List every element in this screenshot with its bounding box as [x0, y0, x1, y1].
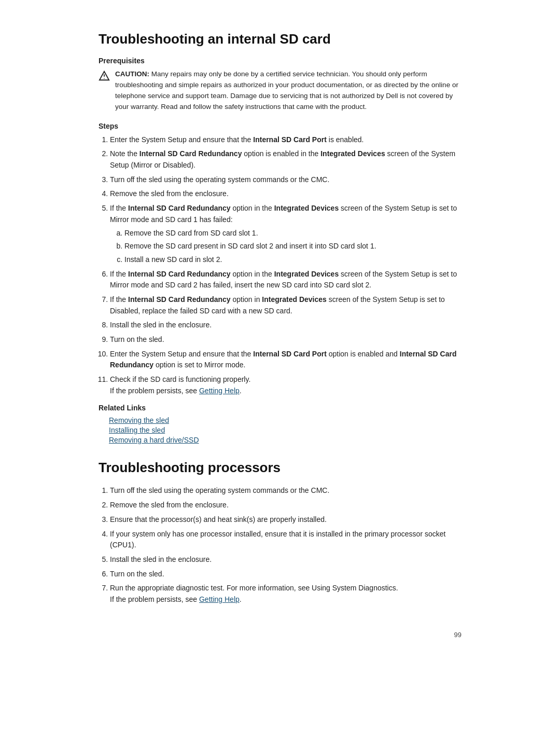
proc-step-1: Turn off the sled using the operating sy…: [110, 485, 461, 497]
proc-step-4: If your system only has one processor in…: [110, 529, 461, 551]
getting-help-link-1[interactable]: Getting Help: [199, 387, 240, 395]
removing-hdd-link[interactable]: Removing a hard drive/SSD: [109, 436, 199, 444]
steps-list-1: Enter the System Setup and ensure that t…: [110, 134, 461, 397]
section2-title: Troubleshooting processors: [99, 460, 461, 476]
related-link-item-2: Installing the sled: [109, 426, 461, 434]
step-5c: Install a new SD card in slot 2.: [124, 254, 461, 266]
caution-body: Many repairs may only be done by a certi…: [115, 70, 458, 111]
if-problem-1: If the problem persists, see Getting Hel…: [110, 387, 242, 395]
step-9: Turn on the sled.: [110, 334, 461, 346]
steps-list-2: Turn off the sled using the operating sy…: [110, 485, 461, 605]
proc-step-6: Turn on the sled.: [110, 569, 461, 580]
prerequisites-label: Prerequisites: [99, 57, 461, 65]
related-links-label: Related Links: [99, 404, 461, 412]
step-6: If the Internal SD Card Redundancy optio…: [110, 269, 461, 291]
page-container: Troubleshooting an internal SD card Prer…: [57, 0, 503, 654]
steps-label-1: Steps: [99, 122, 461, 130]
step-1: Enter the System Setup and ensure that t…: [110, 134, 461, 146]
caution-prefix: CAUTION:: [115, 70, 151, 78]
caution-box: CAUTION: Many repairs may only be done b…: [99, 69, 461, 113]
caution-icon: [99, 70, 110, 83]
proc-step-3: Ensure that the processor(s) and heat si…: [110, 514, 461, 526]
related-link-item-3: Removing a hard drive/SSD: [109, 436, 461, 444]
page-number: 99: [454, 631, 461, 639]
related-links-list: Removing the sled Installing the sled Re…: [109, 416, 461, 444]
related-links-section: Related Links Removing the sled Installi…: [99, 404, 461, 444]
step-10: Enter the System Setup and ensure that t…: [110, 349, 461, 371]
step-11: Check if the SD card is functioning prop…: [110, 374, 461, 396]
installing-sled-link[interactable]: Installing the sled: [109, 426, 165, 434]
caution-text: CAUTION: Many repairs may only be done b…: [115, 69, 461, 113]
related-link-item-1: Removing the sled: [109, 416, 461, 424]
svg-point-2: [104, 78, 104, 78]
getting-help-link-2[interactable]: Getting Help: [199, 595, 240, 603]
proc-step-5: Install the sled in the enclosure.: [110, 554, 461, 566]
step-7: If the Internal SD Card Redundancy optio…: [110, 294, 461, 316]
if-problem-2: If the problem persists, see Getting Hel…: [110, 595, 242, 603]
section1-title: Troubleshooting an internal SD card: [99, 31, 461, 47]
step-8: Install the sled in the enclosure.: [110, 320, 461, 331]
step-3: Turn off the sled using the operating sy…: [110, 174, 461, 186]
removing-sled-link[interactable]: Removing the sled: [109, 416, 169, 424]
step-5b: Remove the SD card present in SD card sl…: [124, 241, 461, 252]
step-4: Remove the sled from the enclosure.: [110, 188, 461, 200]
step-5a: Remove the SD card from SD card slot 1.: [124, 228, 461, 239]
step-5-sublist: Remove the SD card from SD card slot 1. …: [124, 228, 461, 266]
step-2: Note the Internal SD Card Redundancy opt…: [110, 148, 461, 171]
proc-step-2: Remove the sled from the enclosure.: [110, 500, 461, 511]
step-5: If the Internal SD Card Redundancy optio…: [110, 203, 461, 265]
proc-step-7: Run the appropriate diagnostic test. For…: [110, 583, 461, 605]
